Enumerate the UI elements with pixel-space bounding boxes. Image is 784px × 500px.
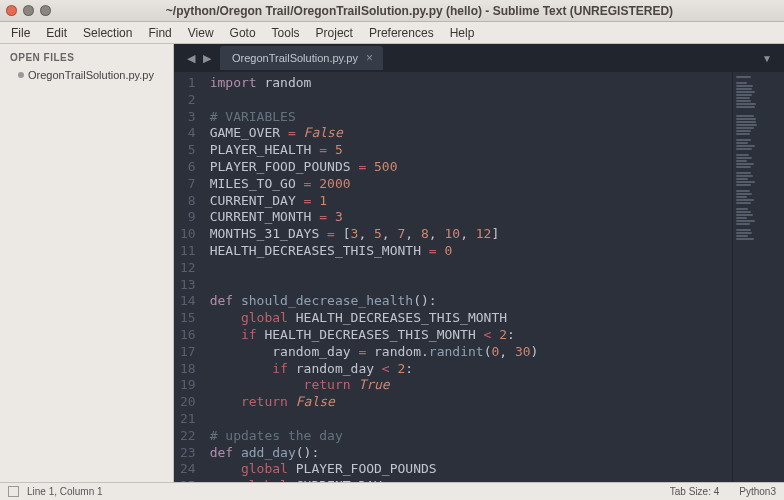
line-number: 9 [180,209,196,226]
menu-preferences[interactable]: Preferences [362,24,441,42]
line-number: 19 [180,377,196,394]
code-line [210,277,732,294]
line-number: 25 [180,478,196,482]
line-number: 18 [180,361,196,378]
code-line: global CURRENT_DAY [210,478,732,482]
code-line: HEALTH_DECREASES_THIS_MONTH = 0 [210,243,732,260]
line-number: 7 [180,176,196,193]
code-line: CURRENT_DAY = 1 [210,193,732,210]
code-area: 1234567891011121314151617181920212223242… [174,72,784,482]
code-line: # updates the day [210,428,732,445]
maximize-window-button[interactable] [40,5,51,16]
tabbar: ◀ ▶ OregonTrailSolution.py.py× ▼ [174,44,784,72]
line-number: 3 [180,109,196,126]
window-buttons [6,5,51,16]
line-number: 1 [180,75,196,92]
line-number: 24 [180,461,196,478]
tab-close-icon[interactable]: × [366,51,373,65]
status-panel-icon[interactable] [8,486,19,497]
statusbar: Line 1, Column 1 Tab Size: 4 Python3 [0,482,784,500]
line-number: 13 [180,277,196,294]
line-number: 20 [180,394,196,411]
nav-back-icon[interactable]: ◀ [184,50,198,67]
code-line: PLAYER_HEALTH = 5 [210,142,732,159]
menu-view[interactable]: View [181,24,221,42]
menu-file[interactable]: File [4,24,37,42]
line-number: 12 [180,260,196,277]
menu-find[interactable]: Find [141,24,178,42]
line-number: 15 [180,310,196,327]
code-line: # VARIABLES [210,109,732,126]
line-number: 2 [180,92,196,109]
sidebar: OPEN FILES OregonTrailSolution.py.py [0,44,174,482]
code-line: CURRENT_MONTH = 3 [210,209,732,226]
tabbar-overflow-icon[interactable]: ▼ [754,53,780,64]
code-line: MONTHS_31_DAYS = [3, 5, 7, 8, 10, 12] [210,226,732,243]
status-syntax[interactable]: Python3 [739,486,776,497]
menu-help[interactable]: Help [443,24,482,42]
line-number: 4 [180,125,196,142]
code-line: global HEALTH_DECREASES_THIS_MONTH [210,310,732,327]
menu-project[interactable]: Project [309,24,360,42]
close-window-button[interactable] [6,5,17,16]
menu-goto[interactable]: Goto [223,24,263,42]
code-line: if HEALTH_DECREASES_THIS_MONTH < 2: [210,327,732,344]
tab-label: OregonTrailSolution.py.py [232,52,358,64]
line-number: 14 [180,293,196,310]
code-line: GAME_OVER = False [210,125,732,142]
status-tab-size[interactable]: Tab Size: 4 [670,486,719,497]
code-line: import random [210,75,732,92]
menu-tools[interactable]: Tools [265,24,307,42]
line-number: 21 [180,411,196,428]
code-line [210,411,732,428]
menubar: FileEditSelectionFindViewGotoToolsProjec… [0,22,784,44]
line-number-gutter: 1234567891011121314151617181920212223242… [174,72,206,482]
code-line: MILES_TO_GO = 2000 [210,176,732,193]
menu-edit[interactable]: Edit [39,24,74,42]
line-number: 23 [180,445,196,462]
window-title: ~/python/Oregon Trail/OregonTrailSolutio… [61,4,778,18]
line-number: 8 [180,193,196,210]
line-number: 10 [180,226,196,243]
line-number: 16 [180,327,196,344]
code-line: return False [210,394,732,411]
titlebar: ~/python/Oregon Trail/OregonTrailSolutio… [0,0,784,22]
code-line [210,92,732,109]
line-number: 5 [180,142,196,159]
code-line: def add_day(): [210,445,732,462]
sidebar-file[interactable]: OregonTrailSolution.py.py [0,66,173,84]
minimize-window-button[interactable] [23,5,34,16]
sidebar-file-label: OregonTrailSolution.py.py [28,69,154,81]
line-number: 6 [180,159,196,176]
code-line: return True [210,377,732,394]
minimap[interactable] [732,72,784,482]
status-cursor-position: Line 1, Column 1 [27,486,103,497]
code-line: def should_decrease_health(): [210,293,732,310]
nav-forward-icon[interactable]: ▶ [200,50,214,67]
line-number: 11 [180,243,196,260]
editor-pane: ◀ ▶ OregonTrailSolution.py.py× ▼ 1234567… [174,44,784,482]
file-tab[interactable]: OregonTrailSolution.py.py× [220,46,383,70]
tab-history-nav: ◀ ▶ [178,50,220,67]
line-number: 22 [180,428,196,445]
code-line: if random_day < 2: [210,361,732,378]
code-line [210,260,732,277]
file-close-icon[interactable] [18,72,24,78]
code-line: PLAYER_FOOD_POUNDS = 500 [210,159,732,176]
menu-selection[interactable]: Selection [76,24,139,42]
sidebar-heading-open-files: OPEN FILES [0,48,173,66]
main-area: OPEN FILES OregonTrailSolution.py.py ◀ ▶… [0,44,784,482]
code-line: random_day = random.randint(0, 30) [210,344,732,361]
code-content[interactable]: import random# VARIABLESGAME_OVER = Fals… [206,72,732,482]
code-line: global PLAYER_FOOD_POUNDS [210,461,732,478]
line-number: 17 [180,344,196,361]
